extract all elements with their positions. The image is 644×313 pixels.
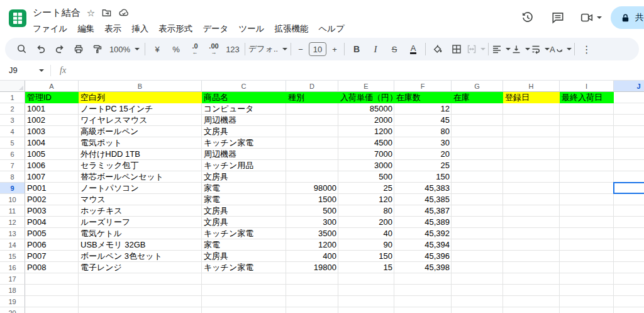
grid[interactable]: 管理ID空白列商品名種別入荷単価（円）在庫数在庫登録日最終入荷日1001ノートP… (0, 81, 644, 313)
vertical-align-button[interactable] (511, 40, 530, 58)
menu-help[interactable]: ヘルプ (314, 21, 350, 37)
cell-A12[interactable]: P004 (25, 217, 79, 228)
cell-F12[interactable]: 45,389 (394, 217, 452, 228)
cell-A7[interactable]: 1006 (25, 160, 79, 171)
row-header-19[interactable]: 19 (0, 296, 25, 307)
cell-E3[interactable]: 2000 (338, 115, 394, 126)
cell-B2[interactable]: ノートPC 15インチ (79, 103, 202, 115)
column-header-A[interactable]: A (25, 81, 79, 92)
bold-button[interactable]: B (347, 40, 366, 58)
column-header-D[interactable]: D (286, 81, 338, 92)
cell-A9[interactable]: P001 (25, 183, 79, 194)
column-header-I[interactable]: I (560, 81, 614, 92)
column-header-B[interactable]: B (79, 81, 202, 92)
cell-F9[interactable]: 45,383 (394, 183, 452, 194)
cell-F10[interactable]: 45,385 (394, 194, 452, 205)
column-header-E[interactable]: E (338, 81, 394, 92)
cell-A16[interactable]: P008 (25, 262, 79, 273)
cell-A2[interactable]: 1001 (25, 103, 79, 115)
sheets-logo[interactable] (8, 9, 27, 28)
cell-B10[interactable]: マウス (79, 194, 202, 205)
row-header-10[interactable]: 10 (0, 194, 25, 205)
formula-input[interactable] (66, 60, 644, 80)
menu-tools[interactable]: ツール (233, 21, 269, 37)
redo-icon[interactable] (50, 40, 69, 58)
version-history-icon[interactable] (519, 6, 536, 29)
number-format-button[interactable]: 123 (223, 40, 242, 58)
row-header-1[interactable]: 1 (0, 92, 25, 103)
menu-view[interactable]: 表示 (99, 21, 126, 37)
row-header-18[interactable]: 18 (0, 285, 25, 296)
menu-format[interactable]: 表示形式 (153, 21, 197, 37)
cell-A4[interactable]: 1003 (25, 126, 79, 137)
cell-B14[interactable]: USBメモリ 32GB (79, 239, 202, 251)
cell-C1[interactable]: 商品名 (202, 92, 286, 103)
text-wrap-button[interactable] (530, 40, 550, 58)
row-header-5[interactable]: 5 (0, 137, 25, 149)
cell-C9[interactable]: 家電 (202, 183, 286, 194)
cell-E4[interactable]: 1200 (338, 126, 394, 137)
cell-A10[interactable]: P002 (25, 194, 79, 205)
cell-E12[interactable]: 200 (338, 217, 394, 228)
cloud-status-icon[interactable] (118, 7, 130, 18)
cell-F16[interactable]: 45,398 (394, 262, 452, 273)
cell-A11[interactable]: P003 (25, 205, 79, 217)
cell-E7[interactable]: 3000 (338, 160, 394, 171)
text-color-button[interactable]: A (404, 40, 423, 58)
decrease-decimal-button[interactable]: .0 ← (186, 40, 204, 58)
cell-G1[interactable]: 在庫 (452, 92, 503, 103)
cell-D11[interactable]: 500 (286, 205, 338, 217)
cell-F3[interactable]: 45 (394, 115, 452, 126)
cell-I1[interactable]: 最終入荷日 (560, 92, 614, 103)
cell-C16[interactable]: キッチン家電 (202, 262, 286, 273)
row-header-13[interactable]: 13 (0, 228, 25, 239)
decrease-font-size-button[interactable]: − (294, 40, 308, 58)
search-icon[interactable] (13, 40, 31, 58)
menu-file[interactable]: ファイル (28, 21, 72, 37)
cell-F15[interactable]: 45,396 (394, 251, 452, 262)
cell-A8[interactable]: 1007 (25, 171, 79, 183)
cell-C2[interactable]: コンピュータ (202, 103, 286, 115)
cell-B3[interactable]: ワイヤレスマウス (79, 115, 202, 126)
cell-C5[interactable]: キッチン家電 (202, 137, 286, 149)
cell-D1[interactable]: 種別 (286, 92, 338, 103)
menu-data[interactable]: データ (197, 21, 233, 37)
strikethrough-button[interactable]: S (385, 40, 404, 58)
cell-E2[interactable]: 85000 (338, 103, 394, 115)
cell-C10[interactable]: 家電 (202, 194, 286, 205)
cell-C6[interactable]: 周辺機器 (202, 149, 286, 160)
cell-B7[interactable]: セラミック包丁 (79, 160, 202, 171)
cell-E14[interactable]: 90 (338, 239, 394, 251)
menu-insert[interactable]: 挿入 (126, 21, 153, 37)
cell-D15[interactable]: 400 (286, 251, 338, 262)
row-header-9[interactable]: 9 (0, 183, 25, 194)
cell-C8[interactable]: 文房具 (202, 171, 286, 183)
row-header-20[interactable]: 20 (0, 307, 25, 313)
column-header-F[interactable]: F (394, 81, 452, 92)
row-header-14[interactable]: 14 (0, 239, 25, 251)
row-header-11[interactable]: 11 (0, 205, 25, 217)
cell-B1[interactable]: 空白列 (79, 92, 202, 103)
move-folder-icon[interactable] (101, 8, 112, 18)
cell-B16[interactable]: 電子レンジ (79, 262, 202, 273)
cell-D9[interactable]: 98000 (286, 183, 338, 194)
cell-D10[interactable]: 1500 (286, 194, 338, 205)
font-family-select[interactable]: デフォ... (248, 40, 288, 58)
cell-C7[interactable]: キッチン用品 (202, 160, 286, 171)
star-icon[interactable]: ☆ (87, 8, 95, 18)
select-all-corner[interactable] (0, 81, 25, 92)
cell-A1[interactable]: 管理ID (25, 92, 79, 103)
row-header-16[interactable]: 16 (0, 262, 25, 273)
cell-E8[interactable]: 500 (338, 171, 394, 183)
cell-E10[interactable]: 120 (338, 194, 394, 205)
share-button[interactable]: 共有 (611, 6, 644, 29)
menu-edit[interactable]: 編集 (72, 21, 99, 37)
cell-E13[interactable]: 40 (338, 228, 394, 239)
cell-A15[interactable]: P007 (25, 251, 79, 262)
cell-A3[interactable]: 1002 (25, 115, 79, 126)
row-header-15[interactable]: 15 (0, 251, 25, 262)
cell-E9[interactable]: 25 (338, 183, 394, 194)
column-header-G[interactable]: G (452, 81, 503, 92)
cell-F1[interactable]: 在庫数 (394, 92, 452, 103)
row-header-7[interactable]: 7 (0, 160, 25, 171)
